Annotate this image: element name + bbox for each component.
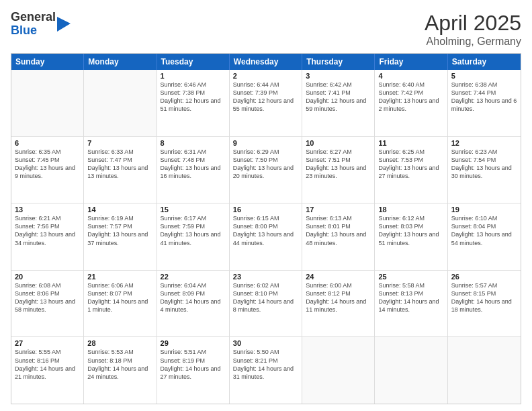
day-cell-29: 29Sunrise: 5:51 AM Sunset: 8:19 PM Dayli… (157, 337, 230, 404)
cell-info: Sunrise: 6:33 AM Sunset: 7:47 PM Dayligh… (87, 148, 152, 181)
day-cell-19: 19Sunrise: 6:10 AM Sunset: 8:04 PM Dayli… (448, 203, 521, 270)
cell-info: Sunrise: 6:38 AM Sunset: 7:44 PM Dayligh… (451, 81, 517, 113)
cell-info: Sunrise: 5:53 AM Sunset: 8:18 PM Dayligh… (87, 348, 152, 381)
header-cell-sunday: Sunday (11, 54, 84, 70)
logo-general: General (11, 10, 56, 24)
cell-info: Sunrise: 6:04 AM Sunset: 8:09 PM Dayligh… (161, 281, 226, 314)
logo-blue: Blue (11, 24, 37, 37)
cell-info: Sunrise: 6:15 AM Sunset: 8:00 PM Dayligh… (233, 214, 298, 247)
cell-info: Sunrise: 5:58 AM Sunset: 8:13 PM Dayligh… (378, 281, 443, 314)
header-cell-thursday: Thursday (302, 54, 375, 70)
day-number: 25 (378, 273, 443, 281)
cell-info: Sunrise: 6:02 AM Sunset: 8:10 PM Dayligh… (233, 281, 298, 314)
day-number: 10 (306, 139, 371, 147)
day-number: 7 (87, 139, 152, 147)
day-cell-26: 26Sunrise: 5:57 AM Sunset: 8:15 PM Dayli… (448, 271, 521, 337)
day-number: 5 (451, 72, 517, 80)
day-cell-7: 7Sunrise: 6:33 AM Sunset: 7:47 PM Daylig… (84, 137, 157, 203)
day-number: 14 (87, 205, 152, 214)
header-cell-tuesday: Tuesday (157, 54, 230, 70)
header-cell-saturday: Saturday (448, 54, 521, 70)
day-number: 22 (161, 273, 226, 281)
day-cell-3: 3Sunrise: 6:42 AM Sunset: 7:41 PM Daylig… (302, 70, 375, 136)
day-cell-1: 1Sunrise: 6:46 AM Sunset: 7:38 PM Daylig… (157, 70, 230, 136)
day-cell-15: 15Sunrise: 6:17 AM Sunset: 7:59 PM Dayli… (157, 203, 230, 270)
logo-text: General Blue (11, 11, 56, 38)
day-cell-5: 5Sunrise: 6:38 AM Sunset: 7:44 PM Daylig… (448, 70, 521, 136)
cell-info: Sunrise: 6:06 AM Sunset: 8:07 PM Dayligh… (87, 281, 152, 314)
day-number: 20 (15, 273, 80, 281)
day-number: 8 (161, 139, 226, 147)
cell-info: Sunrise: 6:12 AM Sunset: 8:03 PM Dayligh… (378, 214, 443, 247)
cell-info: Sunrise: 5:55 AM Sunset: 8:16 PM Dayligh… (15, 348, 80, 381)
day-cell-4: 4Sunrise: 6:40 AM Sunset: 7:42 PM Daylig… (375, 70, 447, 136)
day-cell-16: 16Sunrise: 6:15 AM Sunset: 8:00 PM Dayli… (230, 203, 302, 270)
calendar-row-1: 6Sunrise: 6:35 AM Sunset: 7:45 PM Daylig… (11, 136, 521, 203)
empty-cell (448, 337, 521, 404)
day-cell-12: 12Sunrise: 6:23 AM Sunset: 7:54 PM Dayli… (448, 137, 521, 203)
day-cell-25: 25Sunrise: 5:58 AM Sunset: 8:13 PM Dayli… (375, 271, 447, 337)
day-cell-13: 13Sunrise: 6:21 AM Sunset: 7:56 PM Dayli… (11, 203, 84, 270)
empty-cell (84, 70, 157, 136)
day-number: 2 (233, 72, 298, 80)
calendar-row-2: 13Sunrise: 6:21 AM Sunset: 7:56 PM Dayli… (11, 203, 521, 270)
day-number: 18 (378, 205, 443, 214)
calendar-body: 1Sunrise: 6:46 AM Sunset: 7:38 PM Daylig… (11, 70, 521, 404)
day-cell-28: 28Sunrise: 5:53 AM Sunset: 8:18 PM Dayli… (84, 337, 157, 404)
day-number: 19 (451, 205, 517, 214)
day-number: 4 (378, 72, 443, 80)
header-cell-monday: Monday (84, 54, 157, 70)
empty-cell (11, 70, 84, 136)
month-title: April 2025 (425, 11, 521, 36)
cell-info: Sunrise: 6:10 AM Sunset: 8:04 PM Dayligh… (451, 214, 517, 247)
day-number: 24 (306, 273, 371, 281)
day-cell-2: 2Sunrise: 6:44 AM Sunset: 7:39 PM Daylig… (230, 70, 302, 136)
day-number: 23 (233, 273, 298, 281)
day-cell-18: 18Sunrise: 6:12 AM Sunset: 8:03 PM Dayli… (375, 203, 447, 270)
day-cell-22: 22Sunrise: 6:04 AM Sunset: 8:09 PM Dayli… (157, 271, 230, 337)
title-block: April 2025 Aholming, Germany (425, 11, 521, 48)
day-cell-6: 6Sunrise: 6:35 AM Sunset: 7:45 PM Daylig… (11, 137, 84, 203)
day-number: 9 (233, 139, 298, 147)
cell-info: Sunrise: 5:50 AM Sunset: 8:21 PM Dayligh… (233, 348, 298, 381)
location-title: Aholming, Germany (425, 36, 521, 48)
day-number: 30 (233, 339, 298, 347)
logo-icon (57, 17, 71, 32)
day-number: 11 (378, 139, 443, 147)
calendar-row-3: 20Sunrise: 6:08 AM Sunset: 8:06 PM Dayli… (11, 270, 521, 337)
calendar-header: SundayMondayTuesdayWednesdayThursdayFrid… (11, 54, 521, 70)
cell-info: Sunrise: 6:27 AM Sunset: 7:51 PM Dayligh… (306, 148, 371, 181)
day-number: 17 (306, 205, 371, 214)
cell-info: Sunrise: 6:40 AM Sunset: 7:42 PM Dayligh… (378, 81, 443, 113)
day-cell-8: 8Sunrise: 6:31 AM Sunset: 7:48 PM Daylig… (157, 137, 230, 203)
cell-info: Sunrise: 6:13 AM Sunset: 8:01 PM Dayligh… (306, 214, 371, 247)
day-number: 26 (451, 273, 517, 281)
day-cell-14: 14Sunrise: 6:19 AM Sunset: 7:57 PM Dayli… (84, 203, 157, 270)
header-cell-friday: Friday (375, 54, 447, 70)
day-number: 3 (306, 72, 371, 80)
day-number: 12 (451, 139, 517, 147)
cell-info: Sunrise: 5:51 AM Sunset: 8:19 PM Dayligh… (161, 348, 226, 381)
day-cell-20: 20Sunrise: 6:08 AM Sunset: 8:06 PM Dayli… (11, 271, 84, 337)
day-number: 29 (161, 339, 226, 347)
header-cell-wednesday: Wednesday (230, 54, 302, 70)
empty-cell (302, 337, 375, 404)
cell-info: Sunrise: 6:19 AM Sunset: 7:57 PM Dayligh… (87, 214, 152, 247)
cell-info: Sunrise: 6:42 AM Sunset: 7:41 PM Dayligh… (306, 81, 371, 113)
cell-info: Sunrise: 6:31 AM Sunset: 7:48 PM Dayligh… (161, 148, 226, 181)
page: General Blue April 2025 Aholming, German… (0, 0, 532, 411)
day-number: 1 (161, 72, 226, 80)
day-number: 15 (161, 205, 226, 214)
day-cell-21: 21Sunrise: 6:06 AM Sunset: 8:07 PM Dayli… (84, 271, 157, 337)
logo: General Blue (11, 11, 71, 38)
cell-info: Sunrise: 6:29 AM Sunset: 7:50 PM Dayligh… (233, 148, 298, 181)
cell-info: Sunrise: 6:35 AM Sunset: 7:45 PM Dayligh… (15, 148, 80, 181)
cell-info: Sunrise: 5:57 AM Sunset: 8:15 PM Dayligh… (451, 281, 517, 314)
svg-marker-0 (57, 17, 71, 32)
calendar: SundayMondayTuesdayWednesdayThursdayFrid… (11, 53, 521, 404)
day-cell-17: 17Sunrise: 6:13 AM Sunset: 8:01 PM Dayli… (302, 203, 375, 270)
cell-info: Sunrise: 6:23 AM Sunset: 7:54 PM Dayligh… (451, 148, 517, 181)
day-number: 13 (15, 205, 80, 214)
cell-info: Sunrise: 6:00 AM Sunset: 8:12 PM Dayligh… (306, 281, 371, 314)
empty-cell (375, 337, 447, 404)
